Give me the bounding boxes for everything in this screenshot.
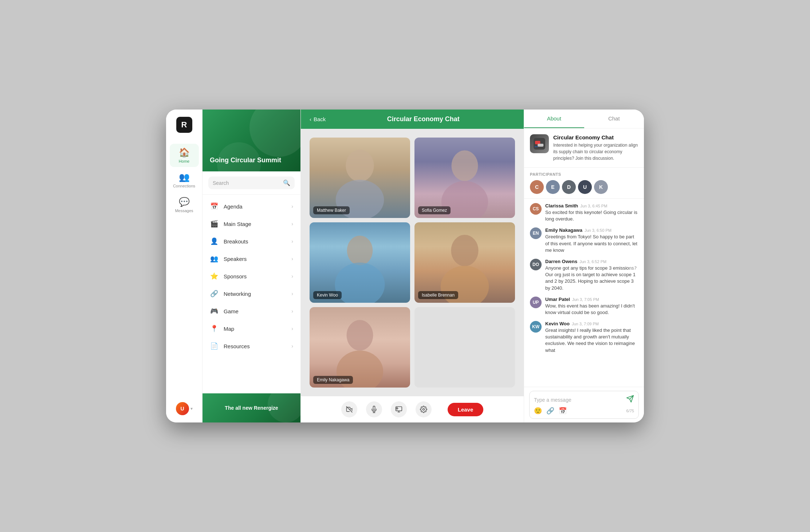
video-grid: Matthew Baker Sofia Gomez [301, 129, 524, 396]
participants-section: PARTICIPANTS C E D U K [524, 168, 644, 199]
sidebar-label-networking: Networking [224, 291, 286, 297]
message-header-4: Umar Patel Jun 3, 7:05 PM [545, 297, 638, 302]
participant-avatar-5: K [594, 180, 608, 194]
message-content-1: Clarissa Smith Jun 3, 6:45 PM So excited… [545, 203, 638, 222]
svg-point-4 [347, 235, 373, 265]
search-input[interactable] [213, 180, 280, 186]
message-header-2: Emily Nakagawa Jun 3, 6:50 PM [545, 227, 638, 233]
back-button[interactable]: ‹ Back [310, 116, 326, 122]
time-3: Jun 3, 6:52 PM [579, 259, 606, 264]
about-section: Circular Economy Chat Interested in help… [524, 128, 644, 168]
time-5: Jun 3, 7:09 PM [572, 322, 599, 326]
chevron-right-icon: › [291, 256, 293, 262]
video-cell-emily: Emily Nakagawa [310, 307, 410, 388]
chevron-right-icon: › [291, 326, 293, 331]
svg-rect-14 [538, 144, 543, 147]
svg-point-15 [535, 146, 536, 147]
chat-send-button[interactable] [626, 395, 634, 405]
sidebar-footer: The all new Renergize [202, 393, 300, 422]
about-description: Interested in helping your organization … [553, 142, 638, 162]
video-cell-isabelle: Isabelle Brennan [414, 222, 515, 303]
video-person-matthew [310, 138, 410, 218]
chevron-right-icon: › [291, 273, 293, 279]
chat-input-wrap: 🙂 🔗 📅 6/75 [529, 391, 639, 419]
sidebar-footer-text: The all new Renergize [225, 405, 278, 411]
video-controls: Leave [301, 396, 524, 422]
chat-message-4: UP Umar Patel Jun 3, 7:05 PM Wow, this e… [530, 297, 638, 316]
video-off-icon [346, 406, 353, 413]
nav-bar: R 🏠 Home 👥 Connections 💬 Messages U ▾ [166, 110, 202, 422]
chevron-right-icon: › [291, 238, 293, 244]
video-name-isabelle: Isabelle Brennan [418, 291, 458, 299]
chevron-right-icon: › [291, 308, 293, 314]
person-silhouette [414, 222, 515, 303]
chevron-right-icon: › [291, 221, 293, 227]
chat-message-1: CS Clarissa Smith Jun 3, 6:45 PM So exci… [530, 203, 638, 222]
participant-avatar-4: U [578, 180, 592, 194]
leave-button[interactable]: Leave [448, 403, 484, 416]
mic-icon [370, 406, 378, 413]
screen-share-button[interactable] [391, 401, 407, 417]
video-cell-matthew: Matthew Baker [310, 138, 410, 218]
sidebar-item-sponsors[interactable]: ⭐ Sponsors › [202, 267, 300, 285]
chat-input-section: 🙂 🔗 📅 6/75 [524, 387, 644, 422]
video-toggle-button[interactable] [341, 401, 357, 417]
chat-input-row [534, 395, 634, 405]
sidebar-item-main-stage[interactable]: 🎬 Main Stage › [202, 215, 300, 233]
main-content: ‹ Back Circular Economy Chat › Matthew B… [301, 110, 524, 422]
video-name-sofia: Sofia Gomez [418, 206, 451, 214]
nav-label-connections: Connections [173, 184, 195, 188]
search-input-wrap[interactable]: 🔍 [208, 176, 295, 189]
sidebar-item-speakers[interactable]: 👥 Speakers › [202, 250, 300, 267]
avatar-emily: EN [530, 227, 542, 239]
calendar-button[interactable]: 📅 [559, 407, 567, 415]
participants-label: PARTICIPANTS [530, 172, 638, 176]
tab-chat[interactable]: Chat [584, 110, 644, 128]
video-name-emily: Emily Nakagawa [313, 376, 353, 384]
svg-rect-10 [396, 407, 402, 411]
sidebar-item-breakouts[interactable]: 👤 Breakouts › [202, 233, 300, 250]
speakers-icon: 👥 [210, 255, 219, 263]
sidebar-label-main-stage: Main Stage [224, 221, 286, 227]
sidebar-item-networking[interactable]: 🔗 Networking › [202, 285, 300, 302]
sidebar-item-map[interactable]: 📍 Map › [202, 320, 300, 337]
sender-umar: Umar Patel [545, 297, 570, 302]
chat-message-input[interactable] [534, 397, 623, 403]
sidebar-search-area: 🔍 [202, 171, 300, 195]
nav-item-home[interactable]: 🏠 Home [170, 144, 199, 167]
sponsors-icon: ⭐ [210, 272, 219, 280]
game-icon: 🎮 [210, 307, 219, 315]
right-tabs: About Chat [524, 110, 644, 128]
person-silhouette [310, 222, 410, 303]
user-avatar: U [176, 402, 189, 415]
svg-point-2 [452, 150, 478, 181]
svg-point-0 [346, 150, 374, 182]
video-person-kevin [310, 222, 410, 303]
message-content-2: Emily Nakagawa Jun 3, 6:50 PM Greetings … [545, 227, 638, 254]
video-cell-sofia: Sofia Gomez [414, 138, 515, 218]
search-icon: 🔍 [283, 179, 290, 186]
screen-share-icon [395, 406, 402, 413]
time-2: Jun 3, 6:50 PM [585, 228, 612, 233]
sidebar-item-game[interactable]: 🎮 Game › [202, 302, 300, 320]
emoji-button[interactable]: 🙂 [534, 407, 542, 415]
video-person-emily [310, 307, 410, 388]
sidebar-item-resources[interactable]: 📄 Resources › [202, 337, 300, 355]
sidebar-label-speakers: Speakers [224, 256, 286, 262]
user-avatar-section[interactable]: U ▾ [176, 402, 193, 415]
svg-point-5 [335, 263, 385, 303]
video-name-matthew: Matthew Baker [313, 206, 350, 214]
sidebar-item-agenda[interactable]: 📅 Agenda › [202, 198, 300, 215]
nav-item-messages[interactable]: 💬 Messages [170, 193, 199, 217]
sender-darren: Darren Owens [545, 259, 577, 264]
link-button[interactable]: 🔗 [546, 407, 554, 415]
mic-button[interactable] [366, 401, 382, 417]
svg-point-11 [422, 409, 424, 410]
expand-button[interactable]: › [629, 260, 640, 272]
call-title: Circular Economy Chat [331, 115, 515, 123]
settings-button[interactable] [416, 401, 432, 417]
tab-about[interactable]: About [524, 110, 584, 128]
participant-avatar-1: C [530, 180, 544, 194]
message-text-5: Great insights! I really liked the point… [545, 327, 638, 354]
nav-item-connections[interactable]: 👥 Connections [170, 168, 199, 192]
